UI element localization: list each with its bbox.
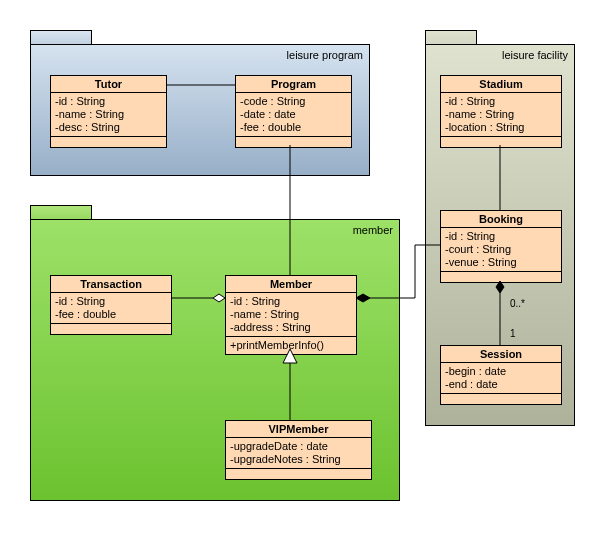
class-stadium: Stadium -id : String -name : String -loc… (440, 75, 562, 148)
class-attributes: -id : String -fee : double (51, 293, 171, 324)
class-operations (51, 324, 171, 334)
package-label: member (353, 224, 393, 236)
class-operations (226, 469, 371, 479)
class-name: Transaction (51, 276, 171, 293)
class-attributes: -code : String -date : date -fee : doubl… (236, 93, 351, 137)
class-session: Session -begin : date -end : date (440, 345, 562, 405)
class-operations (51, 137, 166, 147)
class-member: Member -id : String -name : String -addr… (225, 275, 357, 355)
class-name: VIPMember (226, 421, 371, 438)
class-attributes: -begin : date -end : date (441, 363, 561, 394)
class-operations (441, 137, 561, 147)
class-vipmember: VIPMember -upgradeDate : date -upgradeNo… (225, 420, 372, 480)
class-name: Booking (441, 211, 561, 228)
package-label: leisure program (287, 49, 363, 61)
class-attributes: -id : String -court : String -venue : St… (441, 228, 561, 272)
multiplicity-label: 0..* (510, 298, 525, 309)
class-operations (236, 137, 351, 147)
class-name: Member (226, 276, 356, 293)
class-transaction: Transaction -id : String -fee : double (50, 275, 172, 335)
class-operations: +printMemberInfo() (226, 337, 356, 354)
class-booking: Booking -id : String -court : String -ve… (440, 210, 562, 283)
multiplicity-label: 1 (510, 328, 516, 339)
package-label: leisure facility (502, 49, 568, 61)
class-operations (441, 394, 561, 404)
class-attributes: -id : String -name : String -location : … (441, 93, 561, 137)
class-name: Program (236, 76, 351, 93)
class-name: Tutor (51, 76, 166, 93)
class-name: Stadium (441, 76, 561, 93)
class-tutor: Tutor -id : String -name : String -desc … (50, 75, 167, 148)
class-attributes: -upgradeDate : date -upgradeNotes : Stri… (226, 438, 371, 469)
class-operations (441, 272, 561, 282)
class-program: Program -code : String -date : date -fee… (235, 75, 352, 148)
class-name: Session (441, 346, 561, 363)
class-attributes: -id : String -name : String -address : S… (226, 293, 356, 337)
class-attributes: -id : String -name : String -desc : Stri… (51, 93, 166, 137)
uml-class-diagram: leisure program leisure facility member … (0, 0, 605, 540)
